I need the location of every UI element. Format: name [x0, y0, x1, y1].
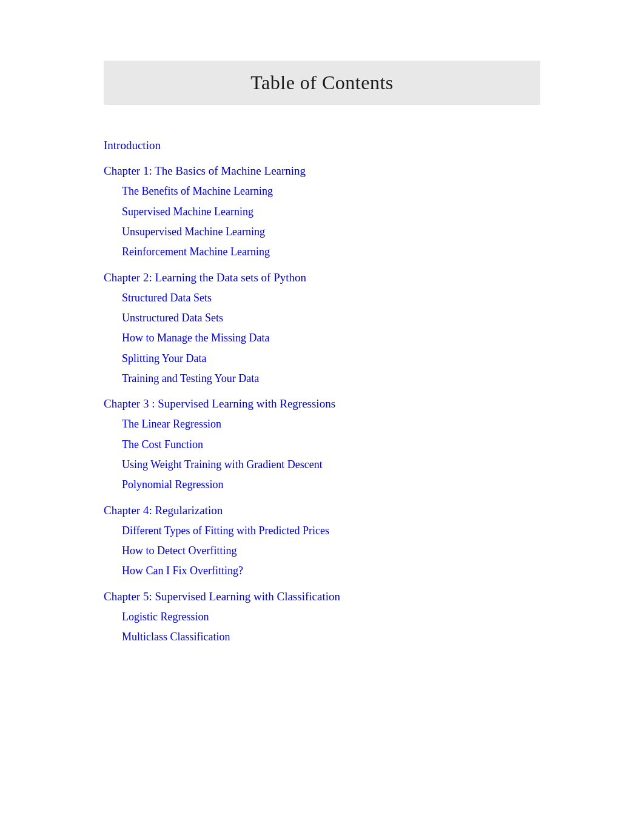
list-item: Different Types of Fitting with Predicte…	[104, 521, 540, 541]
list-item: The Cost Function	[104, 435, 540, 455]
list-item: Unstructured Data Sets	[104, 308, 540, 328]
chapter-2-link[interactable]: Chapter 2: Learning the Data sets of Pyt…	[104, 271, 306, 284]
list-item: Structured Data Sets	[104, 288, 540, 308]
chapter-2-sub-2-link[interactable]: Unstructured Data Sets	[122, 312, 223, 324]
chapter-4-sub-1-link[interactable]: Different Types of Fitting with Predicte…	[122, 525, 329, 537]
chapter-1-sub-3-link[interactable]: Unsupervised Machine Learning	[122, 226, 265, 238]
chapter-3-sub-3-link[interactable]: Using Weight Training with Gradient Desc…	[122, 458, 323, 471]
list-item: Chapter 5: Supervised Learning with Clas…	[104, 586, 540, 607]
chapter-2-sub-5-link[interactable]: Training and Testing Your Data	[122, 372, 259, 384]
chapter-4-sub-3-link[interactable]: How Can I Fix Overfitting?	[122, 565, 243, 577]
chapter-1-sub-2-link[interactable]: Supervised Machine Learning	[122, 206, 253, 218]
toc-list: Introduction Chapter 1: The Basics of Ma…	[104, 135, 540, 647]
chapter-1-sub-1-link[interactable]: The Benefits of Machine Learning	[122, 185, 273, 197]
list-item: How to Detect Overfitting	[104, 541, 540, 561]
chapter-3-sub-2-link[interactable]: The Cost Function	[122, 438, 203, 451]
chapter-2-sub-3-link[interactable]: How to Manage the Missing Data	[122, 332, 269, 344]
chapter-1-sub-4-link[interactable]: Reinforcement Machine Learning	[122, 246, 270, 258]
chapter-4-link[interactable]: Chapter 4: Regularization	[104, 504, 223, 517]
list-item: Chapter 4: Regularization	[104, 500, 540, 521]
toc-title: Table of Contents	[128, 72, 516, 94]
page: Table of Contents Introduction Chapter 1…	[0, 0, 644, 835]
list-item: How to Manage the Missing Data	[104, 328, 540, 348]
chapter-3-link[interactable]: Chapter 3 : Supervised Learning with Reg…	[104, 397, 335, 410]
chapter-1-link[interactable]: Chapter 1: The Basics of Machine Learnin…	[104, 164, 306, 177]
list-item: Unsupervised Machine Learning	[104, 222, 540, 242]
chapter-5-sub-1-link[interactable]: Logistic Regression	[122, 611, 209, 623]
list-item: Splitting Your Data	[104, 349, 540, 369]
chapter-2-sub-1-link[interactable]: Structured Data Sets	[122, 292, 212, 304]
list-item: Introduction	[104, 135, 540, 156]
toc-header: Table of Contents	[104, 61, 540, 105]
list-item: Multiclass Classification	[104, 627, 540, 647]
list-item: Using Weight Training with Gradient Desc…	[104, 455, 540, 475]
list-item: The Benefits of Machine Learning	[104, 181, 540, 201]
list-item: Reinforcement Machine Learning	[104, 242, 540, 262]
chapter-2-sub-4-link[interactable]: Splitting Your Data	[122, 352, 207, 364]
chapter-5-sub-2-link[interactable]: Multiclass Classification	[122, 631, 230, 643]
list-item: The Linear Regression	[104, 414, 540, 434]
list-item: How Can I Fix Overfitting?	[104, 561, 540, 581]
list-item: Polynomial Regression	[104, 475, 540, 495]
list-item: Chapter 2: Learning the Data sets of Pyt…	[104, 267, 540, 288]
intro-link[interactable]: Introduction	[104, 139, 161, 152]
list-item: Chapter 3 : Supervised Learning with Reg…	[104, 394, 540, 414]
chapter-3-sub-4-link[interactable]: Polynomial Regression	[122, 478, 224, 491]
list-item: Supervised Machine Learning	[104, 202, 540, 222]
chapter-5-link[interactable]: Chapter 5: Supervised Learning with Clas…	[104, 590, 340, 603]
chapter-4-sub-2-link[interactable]: How to Detect Overfitting	[122, 545, 236, 557]
list-item: Chapter 1: The Basics of Machine Learnin…	[104, 161, 540, 181]
toc-container: Table of Contents Introduction Chapter 1…	[104, 61, 540, 647]
chapter-3-sub-1-link[interactable]: The Linear Regression	[122, 418, 221, 430]
list-item: Logistic Regression	[104, 607, 540, 627]
list-item: Training and Testing Your Data	[104, 369, 540, 389]
